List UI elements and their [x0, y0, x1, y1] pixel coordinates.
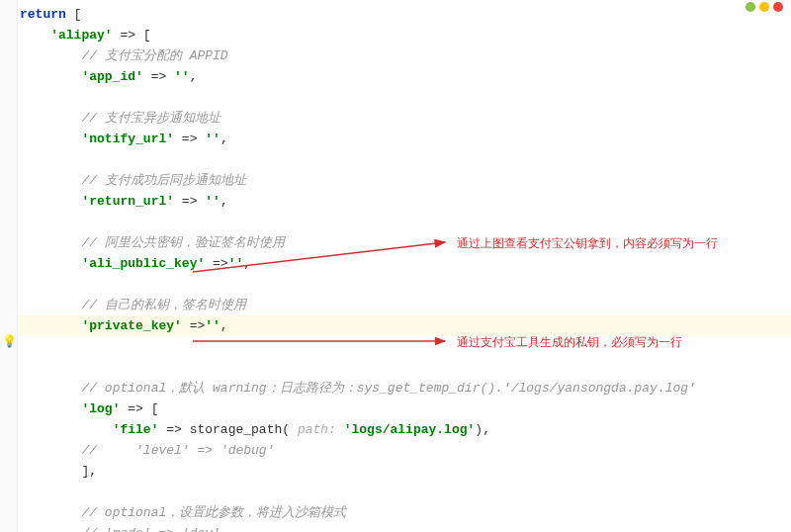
key-app-id: 'app_id'	[81, 69, 142, 84]
text: =>	[182, 318, 205, 333]
string: ''	[205, 318, 220, 333]
text: ],	[81, 464, 97, 479]
text: => [	[113, 28, 151, 43]
string: ''	[205, 132, 220, 146]
comment: // 阿里公共密钥，验证签名时使用	[81, 235, 284, 250]
dot-red	[773, 2, 783, 12]
key-private-key: 'private_key'	[81, 318, 181, 333]
text: =>	[174, 194, 205, 209]
string: ''	[228, 256, 244, 271]
text: ,	[220, 132, 228, 146]
string: ''	[174, 69, 190, 84]
key-return-url: 'return_url'	[81, 194, 174, 209]
window-controls	[746, 2, 783, 12]
highlighted-line: 'private_key' =>'',	[0, 315, 791, 336]
comment: // 'mode' => 'dev',	[81, 526, 227, 532]
comment: // 支付宝分配的 APPID	[81, 48, 227, 63]
text: ,	[220, 194, 228, 209]
text: =>	[174, 132, 205, 146]
comment: // optional，设置此参数，将进入沙箱模式	[81, 505, 346, 520]
annotation-text-1: 通过上图查看支付宝公钥拿到，内容必须写为一行	[457, 235, 718, 252]
string-log-path: 'logs/alipay.log'	[344, 422, 476, 437]
comment: // 自己的私钥，签名时使用	[81, 298, 245, 312]
comment-em: yansongda	[557, 381, 626, 396]
lightbulb-icon[interactable]: 💡	[2, 334, 17, 349]
editor-gutter: 💡	[0, 0, 18, 532]
comment: // optional，默认 warning；日志路径为：sys_get_tem…	[81, 381, 696, 396]
key-file: 'file'	[113, 422, 159, 437]
comment-part: .pay.log'	[627, 381, 696, 396]
comment-part: // optional，默认 warning；日志路径为：sys_get_tem…	[81, 381, 557, 396]
annotation-text-2: 通过支付宝工具生成的私钥，必须写为一行	[457, 334, 682, 351]
dot-gold	[759, 2, 769, 12]
text: [	[66, 7, 82, 22]
key-log: 'log'	[81, 401, 120, 416]
func-storage-path: storage_path	[190, 422, 283, 437]
key-alipay: 'alipay'	[50, 28, 112, 43]
text: =>	[158, 422, 189, 437]
text: ,	[190, 69, 198, 84]
text: (	[282, 422, 290, 437]
comment: // 支付成功后同步通知地址	[81, 173, 245, 188]
param-hint: path:	[290, 422, 344, 437]
key-ali-public-key: 'ali_public_key'	[81, 256, 205, 271]
text: => [	[120, 401, 158, 416]
keyword-return: return	[20, 7, 66, 22]
text: ,	[220, 318, 228, 333]
string: ''	[205, 194, 220, 209]
text: ),	[475, 422, 490, 437]
key-notify-url: 'notify_url'	[81, 132, 174, 146]
text: ,	[243, 256, 251, 271]
text: =>	[143, 69, 174, 84]
comment: // 支付宝异步通知地址	[81, 111, 220, 126]
comment: // 'level' => 'debug'	[81, 443, 274, 458]
code-editor[interactable]: return [ 'alipay' => [ // 支付宝分配的 APPID '…	[0, 0, 791, 532]
text: =>	[205, 256, 227, 271]
dot-green	[746, 2, 755, 12]
